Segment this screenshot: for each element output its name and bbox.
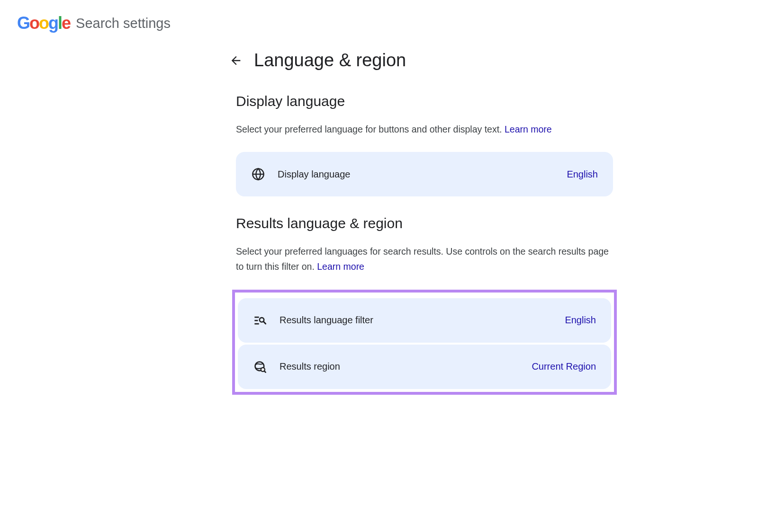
svg-line-6 xyxy=(263,321,266,324)
section-title: Results language & region xyxy=(236,215,613,231)
page-header: Language & region xyxy=(229,50,613,71)
results-language-region-section: Results language & region Select your pr… xyxy=(229,215,613,394)
page-title: Language & region xyxy=(254,50,406,71)
card-value: Current Region xyxy=(532,361,596,372)
google-logo: Google xyxy=(17,13,70,33)
svg-line-9 xyxy=(264,371,266,372)
display-language-card[interactable]: Display language English xyxy=(236,152,613,196)
main-content: Language & region Display language Selec… xyxy=(229,46,613,395)
header-title: Search settings xyxy=(76,16,171,31)
region-search-icon xyxy=(253,360,267,374)
section-description: Select your preferred language for butto… xyxy=(236,122,613,137)
section-desc-text: Select your preferred languages for sear… xyxy=(236,246,609,272)
learn-more-link[interactable]: Learn more xyxy=(317,261,364,272)
card-value: English xyxy=(567,169,598,180)
section-description: Select your preferred languages for sear… xyxy=(236,244,613,274)
highlight-box: Results language filter English Results … xyxy=(232,290,617,395)
card-label: Results language filter xyxy=(280,315,565,326)
card-label: Display language xyxy=(278,169,567,180)
results-language-filter-card[interactable]: Results language filter English xyxy=(238,298,611,343)
svg-rect-4 xyxy=(254,323,259,324)
globe-icon xyxy=(251,167,265,181)
card-value: English xyxy=(565,315,596,326)
header: Google Search settings xyxy=(0,0,758,46)
learn-more-link[interactable]: Learn more xyxy=(505,124,552,134)
svg-rect-2 xyxy=(254,316,259,318)
card-label: Results region xyxy=(280,361,532,372)
results-region-card[interactable]: Results region Current Region xyxy=(238,345,611,389)
svg-rect-3 xyxy=(254,319,258,321)
section-title: Display language xyxy=(236,93,613,109)
display-language-section: Display language Select your preferred l… xyxy=(229,93,613,196)
back-arrow-icon[interactable] xyxy=(229,54,243,67)
section-desc-text: Select your preferred language for butto… xyxy=(236,124,505,134)
filter-search-icon xyxy=(253,313,267,328)
